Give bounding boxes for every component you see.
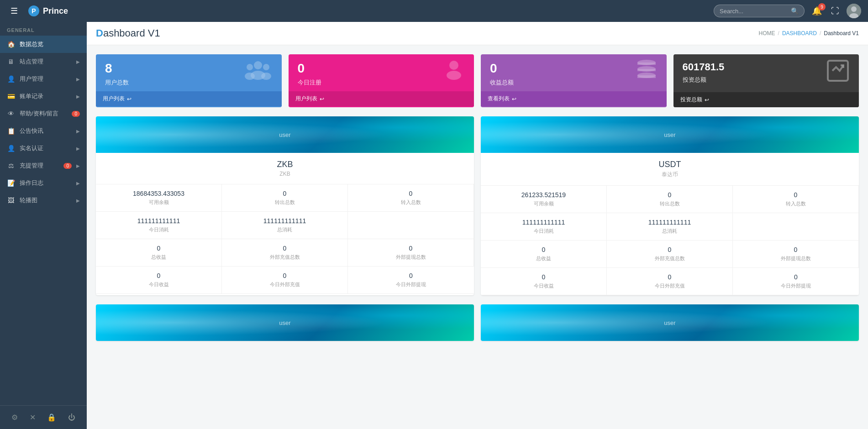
brand: P Prince <box>28 5 68 16</box>
svg-point-3 <box>254 61 262 69</box>
sidebar-section-label: GENERAL <box>0 22 87 36</box>
sidebar-item-site-mgmt[interactable]: 🖥 站点管理 ▶ <box>0 53 87 70</box>
help-icon: 👁 <box>7 110 15 117</box>
usdt-stat-label-1: 转出总数 <box>611 200 728 207</box>
zkb-stat-1: 0 转出总数 <box>222 184 348 212</box>
sidebar-item-withdraw[interactable]: ⚖ 充提管理 0 ▶ <box>0 157 87 174</box>
arrow-icon: ▶ <box>76 59 80 64</box>
footer-arrow-icon: ↩ <box>320 96 324 102</box>
sidebar-item-help[interactable]: 👁 帮助/资料/留言 0 <box>0 105 87 122</box>
search-input[interactable] <box>720 8 788 15</box>
currency-panel-zkb: user ZKB ZKB 18684353.433053 可用余额 0 转 <box>96 116 474 295</box>
sidebar-item-label: 帮助/资料/留言 <box>20 110 67 118</box>
page-title: Dashboard V1 <box>96 27 160 39</box>
zkb-stat-label-10: 今日外部充值 <box>226 281 343 288</box>
sidebar-item-label: 站点管理 <box>20 58 72 66</box>
sidebar-item-oplog[interactable]: 📝 操作日志 ▶ <box>0 174 87 192</box>
fullscreen-button[interactable]: ⛶ <box>829 5 841 18</box>
brand-icon: P <box>28 5 39 16</box>
sidebar-item-label: 账单记录 <box>20 92 72 100</box>
sidebar-item-label: 实名认证 <box>20 144 72 152</box>
sidebar-item-dashboard[interactable]: 🏠 数据总览 <box>0 36 87 53</box>
footer-label: 查看列表 <box>488 95 510 103</box>
revenue-icon <box>636 59 658 86</box>
sidebar-item-label: 轮播图 <box>20 196 72 204</box>
svg-rect-17 <box>828 61 848 81</box>
sidebar-item-ledger[interactable]: 💳 账单记录 ▶ <box>0 88 87 105</box>
usdt-stat-label-9: 今日收益 <box>485 283 602 289</box>
total-users-label: 用户总数 <box>105 78 129 87</box>
withdraw-icon: ⚖ <box>7 162 15 169</box>
power-button[interactable]: ⏻ <box>66 412 77 424</box>
stat-card-total-revenue: 0 收益总额 <box>481 54 667 107</box>
usdt-stat-value-9: 0 <box>485 273 602 281</box>
zkb-stat-9: 0 今日收益 <box>96 267 222 294</box>
zkb-stat-value-7: 0 <box>226 245 343 252</box>
zkb-sub: ZKB <box>105 171 465 177</box>
lock-button[interactable]: 🔒 <box>45 411 58 424</box>
stat-card-today-register: 0 今日注册 用户列表 ↩ <box>289 54 474 107</box>
zkb-stat-label-3: 今日消耗 <box>100 226 217 233</box>
zkb-banner-text: user <box>279 131 290 138</box>
total-users-footer[interactable]: 用户列表 ↩ <box>96 91 282 106</box>
zkb-stat-label-9: 今日收益 <box>100 281 217 288</box>
breadcrumb-section[interactable]: DASHBOARD <box>782 30 817 37</box>
total-invest-footer[interactable]: 投资总额 ↩ <box>673 92 859 107</box>
footer-arrow-icon: ↩ <box>705 97 709 103</box>
usdt-stat-label-3: 今日消耗 <box>485 228 602 235</box>
usdt-stat-value-0: 261233.521519 <box>485 191 602 199</box>
zkb-stat-10: 0 今日外部充值 <box>222 267 348 294</box>
zkb-stat-value-11: 0 <box>352 272 469 279</box>
usdt-stat-label-11: 今日外部提现 <box>737 283 854 289</box>
usdt-stat-value-1: 0 <box>611 191 728 199</box>
sidebar-item-user-mgmt[interactable]: 👤 用户管理 ▶ <box>0 70 87 88</box>
usdt-stat-0: 261233.521519 可用余额 <box>481 186 607 213</box>
zkb-stat-value-0: 18684353.433053 <box>100 190 217 197</box>
svg-point-8 <box>261 73 271 80</box>
navbar-right: 🔍 🔔 9 ⛶ <box>714 4 861 18</box>
search-icon[interactable]: 🔍 <box>791 7 799 15</box>
zkb-stat-0: 18684353.433053 可用余额 <box>96 184 222 212</box>
zkb-stat-7: 0 外部充值总数 <box>222 239 348 267</box>
usdt-banner-text: user <box>664 131 675 138</box>
total-revenue-footer[interactable]: 查看列表 ↩ <box>481 91 667 106</box>
notification-button[interactable]: 🔔 9 <box>810 4 824 18</box>
footer-label: 用户列表 <box>295 95 317 103</box>
sidebar-item-label: 操作日志 <box>20 179 72 187</box>
sidebar-item-realname[interactable]: 👤 实名认证 ▶ <box>0 140 87 157</box>
usdt-stat-value-6: 0 <box>485 246 602 253</box>
close-button[interactable]: ✕ <box>28 411 37 424</box>
zkb-stat-8: 0 外部提现总数 <box>348 239 474 267</box>
sidebar-item-notice[interactable]: 📋 公告快讯 ▶ <box>0 122 87 140</box>
usdt-stat-7: 0 外部充值总数 <box>607 241 733 268</box>
usdt-stat-4: 111111111111 总消耗 <box>607 213 733 241</box>
breadcrumb-current: Dashboard V1 <box>824 30 859 37</box>
arrow-icon: ▶ <box>76 94 80 99</box>
svg-rect-16 <box>637 75 656 78</box>
sidebar-item-carousel[interactable]: 🖼 轮播图 ▶ <box>0 192 87 209</box>
total-revenue-value: 0 <box>490 61 514 76</box>
hamburger-button[interactable]: ☰ <box>7 4 21 18</box>
avatar[interactable] <box>847 4 861 18</box>
usdt-stat-value-8: 0 <box>737 246 854 253</box>
today-register-footer[interactable]: 用户列表 ↩ <box>289 91 474 106</box>
arrow-icon: ▶ <box>76 181 80 186</box>
total-invest-value: 601781.5 <box>683 61 725 73</box>
arrow-icon: ▶ <box>76 163 80 168</box>
usdt-stat-label-4: 总消耗 <box>611 228 728 235</box>
realname-icon: 👤 <box>7 145 15 152</box>
sidebar: GENERAL 🏠 数据总览 🖥 站点管理 ▶ 👤 用户管理 ▶ 💳 账单记录 … <box>0 22 87 429</box>
usdt-stat-9: 0 今日收益 <box>481 268 607 295</box>
svg-point-4 <box>247 64 253 70</box>
arrow-icon: ▶ <box>76 129 80 134</box>
zkb-stat-5 <box>348 212 474 239</box>
svg-point-7 <box>245 73 255 80</box>
breadcrumb-home[interactable]: HOME <box>759 30 775 37</box>
settings-button[interactable]: ⚙ <box>10 411 20 424</box>
help-badge: 0 <box>72 111 80 117</box>
bottom-right-banner-text: user <box>664 319 675 326</box>
usdt-stat-value-11: 0 <box>737 273 854 281</box>
usdt-stat-label-8: 外部提现总数 <box>737 255 854 262</box>
breadcrumb: HOME / DASHBOARD / Dashboard V1 <box>759 30 859 37</box>
usdt-stat-value-3: 111111111111 <box>485 219 602 226</box>
